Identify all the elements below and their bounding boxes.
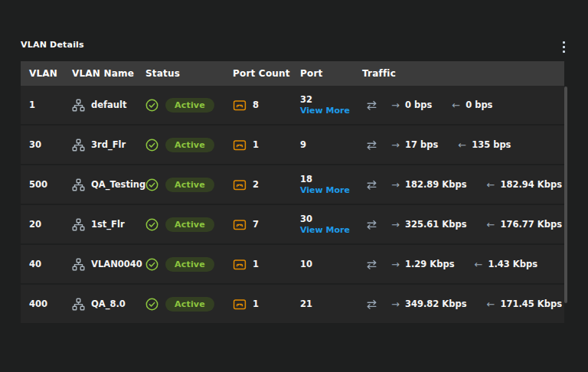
- port-cell: 30 View More: [300, 214, 362, 235]
- arrow-right-icon: →: [391, 220, 400, 230]
- port-count-cell: 8: [233, 99, 300, 112]
- view-more-link[interactable]: View More: [300, 225, 350, 235]
- port-count-value: 1: [253, 299, 259, 309]
- traffic-tx-value: 17 bps: [405, 139, 438, 150]
- traffic-cell: → 0 bps ← 0 bps: [362, 99, 564, 112]
- vlan-name: 1st_Flr: [91, 219, 125, 230]
- port-count-value: 1: [253, 259, 259, 269]
- arrow-right-icon: →: [391, 100, 400, 110]
- check-circle-icon: [145, 258, 158, 271]
- port-count-cell: 7: [233, 218, 300, 231]
- arrow-left-icon: ←: [487, 299, 495, 309]
- vlan-id-cell: 40: [21, 259, 72, 269]
- exchange-arrows-icon: [365, 99, 378, 112]
- traffic-cell: → 182.89 Kbps ← 182.94 Kbps: [362, 178, 564, 191]
- column-header-port-count: Port Count: [233, 68, 300, 79]
- arrow-left-icon: ←: [458, 140, 466, 150]
- column-header-traffic: Traffic: [362, 68, 564, 79]
- vlan-id: 40: [29, 259, 41, 269]
- check-circle-icon: [145, 298, 158, 311]
- table-row: 500 QA_Testing Active: [21, 165, 564, 205]
- vlan-name-cell: QA_8.0: [72, 298, 145, 311]
- exchange-arrows-icon: [365, 178, 378, 191]
- port-cell: 10: [300, 259, 362, 269]
- vertical-scrollbar[interactable]: [564, 86, 567, 303]
- vlan-id: 1: [29, 100, 35, 110]
- status-cell: Active: [145, 257, 233, 272]
- arrow-left-icon: ←: [452, 100, 460, 110]
- arrow-right-icon: →: [391, 140, 400, 150]
- column-header-status: Status: [145, 68, 233, 79]
- port-count-cell: 1: [233, 258, 300, 271]
- vlan-id-cell: 30: [21, 139, 72, 150]
- check-circle-icon: [145, 218, 158, 231]
- status-badge: Active: [165, 217, 214, 232]
- port-count-value: 2: [253, 179, 259, 190]
- port-value: 9: [300, 139, 306, 150]
- view-more-link[interactable]: View More: [300, 185, 350, 195]
- traffic-tx-value: 1.29 Kbps: [405, 259, 455, 269]
- arrow-left-icon: ←: [487, 180, 495, 190]
- port-count-value: 8: [253, 100, 259, 110]
- view-more-link[interactable]: View More: [300, 106, 350, 116]
- ethernet-port-icon: [233, 178, 247, 191]
- traffic-rx-value: 0 bps: [466, 100, 492, 110]
- check-circle-icon: [145, 139, 158, 152]
- vlan-name: VLAN0040: [91, 259, 142, 269]
- vlan-table: VLAN VLAN Name Status Port Count Port Tr…: [21, 61, 564, 325]
- vlan-details-panel: VLAN Details VLAN VLAN Name Status Port …: [0, 0, 588, 372]
- port-value: 32: [300, 94, 312, 105]
- port-count-cell: 1: [233, 139, 300, 152]
- port-cell: 9: [300, 139, 362, 150]
- port-cell: 21: [300, 299, 362, 309]
- traffic-rx-value: 171.45 Kbps: [500, 299, 562, 309]
- status-cell: Active: [145, 138, 233, 152]
- traffic-tx-value: 349.82 Kbps: [405, 299, 467, 309]
- status-badge: Active: [165, 98, 214, 113]
- vlan-id-cell: 500: [21, 179, 72, 190]
- vlan-name-cell: VLAN0040: [72, 258, 145, 271]
- column-header-vlan-name: VLAN Name: [72, 68, 145, 79]
- arrow-right-icon: →: [391, 180, 400, 190]
- vlan-id: 20: [29, 219, 41, 230]
- kebab-menu-icon[interactable]: [561, 40, 567, 54]
- traffic-rx-value: 182.94 Kbps: [500, 179, 562, 190]
- network-tree-icon: [72, 139, 85, 152]
- vlan-id-cell: 20: [21, 219, 72, 230]
- arrow-right-icon: →: [391, 299, 400, 309]
- port-count-cell: 1: [233, 298, 300, 311]
- vlan-id: 30: [29, 139, 41, 150]
- port-count-cell: 2: [233, 178, 300, 191]
- port-cell: 18 View More: [300, 174, 362, 195]
- check-circle-icon: [145, 99, 158, 112]
- vlan-id: 400: [29, 299, 47, 309]
- traffic-cell: → 349.82 Kbps ← 171.45 Kbps: [362, 298, 564, 311]
- arrow-right-icon: →: [391, 259, 400, 269]
- status-badge: Active: [165, 257, 214, 272]
- table-body: 1 default Active: [21, 86, 564, 325]
- ethernet-port-icon: [233, 298, 247, 311]
- table-row: 1 default Active: [21, 86, 564, 126]
- exchange-arrows-icon: [365, 298, 378, 311]
- vlan-name: 3rd_Flr: [91, 139, 126, 150]
- vlan-id-cell: 1: [21, 100, 72, 110]
- exchange-arrows-icon: [365, 218, 378, 231]
- vlan-name-cell: QA_Testing: [72, 178, 145, 191]
- ethernet-port-icon: [233, 99, 247, 112]
- network-tree-icon: [72, 258, 85, 271]
- table-row: 400 QA_8.0 Active: [21, 285, 564, 325]
- table-row: 40 VLAN0040 Active: [21, 245, 564, 285]
- traffic-tx-value: 325.61 Kbps: [405, 219, 467, 230]
- vlan-name-cell: 3rd_Flr: [72, 139, 145, 152]
- vlan-id: 500: [29, 179, 47, 190]
- vlan-name: default: [91, 100, 126, 110]
- ethernet-port-icon: [233, 258, 247, 271]
- table-header-row: VLAN VLAN Name Status Port Count Port Tr…: [21, 61, 564, 86]
- traffic-cell: → 325.61 Kbps ← 176.77 Kbps: [362, 218, 564, 231]
- table-row: 30 3rd_Flr Active: [21, 126, 564, 165]
- arrow-left-icon: ←: [487, 220, 495, 230]
- ethernet-port-icon: [233, 139, 247, 152]
- vlan-name-cell: default: [72, 99, 145, 112]
- port-value: 18: [300, 174, 312, 184]
- vlan-id-cell: 400: [21, 299, 72, 309]
